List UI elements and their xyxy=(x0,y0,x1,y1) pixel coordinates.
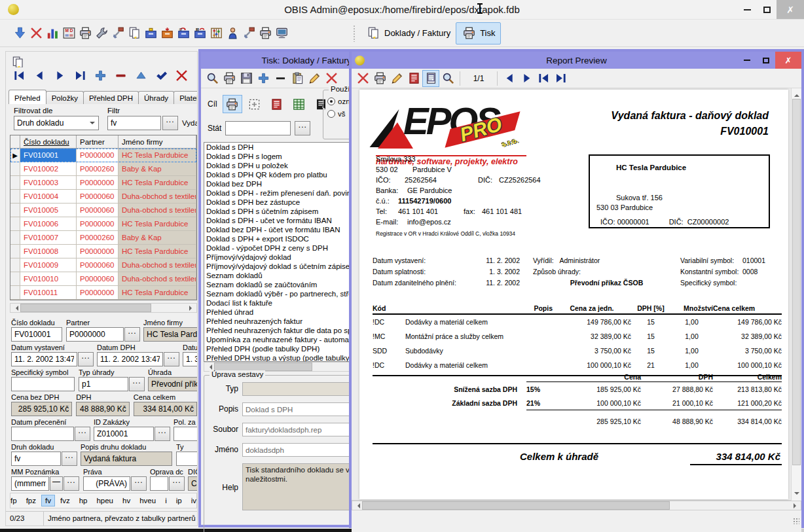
save-icon[interactable] xyxy=(238,70,255,87)
doc-type-tab[interactable]: fpz xyxy=(22,495,40,506)
form-tab[interactable]: Přehled xyxy=(9,90,46,104)
doc-type-tab[interactable]: ip xyxy=(172,495,186,506)
invoice-row[interactable]: ▶ FV010008 P0000000 HC Tesla Pardubice xyxy=(10,245,196,258)
column-cislo-dokladu[interactable]: Číslo dokladu xyxy=(20,135,77,149)
id-zakazky-ellipsis-button[interactable]: ... xyxy=(155,427,170,441)
nav-next-icon[interactable] xyxy=(50,67,69,84)
delete-icon[interactable] xyxy=(28,25,45,42)
mm-minus-button[interactable]: — xyxy=(50,476,63,491)
preview-icon[interactable] xyxy=(204,70,221,87)
report-list-item[interactable]: Přehled úhrad xyxy=(204,308,352,317)
doc-type-tab[interactable]: i xyxy=(161,495,171,506)
report-list-item[interactable]: Přehled neuhrazených faktur xyxy=(204,317,352,326)
report-list-item[interactable]: Doklad - výpočet DPH z ceny s DPH xyxy=(204,243,352,253)
form-tab[interactable]: Položky xyxy=(46,91,84,104)
refresh-icon[interactable] xyxy=(192,67,198,84)
datum-vystaveni-ellipsis-button[interactable]: ... xyxy=(78,352,94,366)
datum-splatnosti-input[interactable] xyxy=(183,352,198,366)
datum-preceneni-input[interactable] xyxy=(11,427,74,441)
form-tab[interactable]: Platební příkaz xyxy=(174,91,198,104)
invoice-row[interactable]: ▶ FV010003 P0000000 HC Tesla Pardubice xyxy=(10,176,196,190)
edit-icon[interactable] xyxy=(306,70,323,87)
doc-type-tab[interactable]: hv xyxy=(119,495,134,506)
report-list-item[interactable]: Přehled neuhrazených faktur dle data po … xyxy=(204,326,352,335)
doc-type-tab[interactable]: hveu xyxy=(136,495,160,506)
invoice-row[interactable]: ▶ FV010011 P0000000 HC Tesla Pardubice xyxy=(10,286,196,300)
zoom-icon[interactable] xyxy=(439,70,456,87)
close-icon[interactable] xyxy=(354,70,371,87)
partner-input[interactable] xyxy=(66,327,124,342)
specificky-symbol-input[interactable] xyxy=(11,377,75,391)
id-zakazky-input[interactable] xyxy=(94,427,154,441)
doc-type-tab[interactable]: fv xyxy=(41,495,55,506)
remove-icon[interactable] xyxy=(272,70,289,87)
scroll-left-icon[interactable] xyxy=(10,304,20,312)
mm-ellipsis-button[interactable]: ... xyxy=(64,476,79,491)
report-list-item[interactable]: Doklad s DPH bez zástupce xyxy=(204,198,352,207)
report-list-item[interactable]: Upomínka za neuhrazené faktury - automat… xyxy=(204,335,352,344)
target-printer-icon[interactable] xyxy=(223,95,242,113)
print-icon[interactable] xyxy=(371,70,388,87)
report-list-item[interactable]: Doklad bez DPH xyxy=(204,179,352,188)
print-icon[interactable] xyxy=(77,25,94,42)
invoice-row[interactable]: ▶ FV010009 P0000060 Duha-obchod s textil… xyxy=(10,258,196,272)
tisk-button[interactable]: Tisk xyxy=(456,22,500,44)
scroll-thumb[interactable] xyxy=(20,304,151,312)
preview-maximize-button[interactable] xyxy=(756,52,775,69)
druh-dokladu-input[interactable] xyxy=(11,452,61,466)
report-list-item[interactable]: Příjmový/výdajový doklad s účetním zápis… xyxy=(204,262,352,271)
scroll-thumb[interactable] xyxy=(792,99,801,465)
target-table-icon[interactable] xyxy=(289,95,309,113)
filter-by-combo[interactable]: Druh dokladu xyxy=(14,116,99,130)
page-prev-icon[interactable] xyxy=(501,70,518,87)
report-icon[interactable] xyxy=(405,70,422,87)
report-list-item[interactable]: Doklad s DPH u položek xyxy=(204,161,352,170)
typ-uhrady-input[interactable] xyxy=(79,377,128,391)
report-list-item[interactable]: Seznam dokladů výběr - po partnerech, st… xyxy=(204,289,352,298)
archive-restore-icon[interactable]: R xyxy=(192,25,208,42)
report-list-item[interactable]: Doklad bez DPH - účet ve formátu IBAN xyxy=(204,225,352,234)
page-last-icon[interactable] xyxy=(552,70,569,87)
datum-preceneni-ellipsis-button[interactable]: ... xyxy=(75,427,90,441)
nav-first-icon[interactable] xyxy=(10,67,28,84)
mm-poznamka-input[interactable] xyxy=(11,476,49,491)
invoice-row[interactable]: ▶ FV010001 P0000000 HC Tesla Pardubice xyxy=(10,149,196,162)
doc-type-tab[interactable]: hp xyxy=(75,495,92,506)
page-next-icon[interactable] xyxy=(518,70,535,87)
tools-icon[interactable] xyxy=(241,25,257,42)
chart-icon[interactable] xyxy=(45,25,61,42)
report-list-item[interactable]: Doklad s DPH xyxy=(204,143,352,152)
print-icon[interactable] xyxy=(221,70,238,87)
cancel-record-icon[interactable] xyxy=(172,67,191,84)
user-icon[interactable] xyxy=(225,25,241,42)
prava-input[interactable] xyxy=(83,476,130,491)
print-config-icon[interactable] xyxy=(257,25,274,42)
prava-ellipsis-button[interactable]: ... xyxy=(131,476,147,491)
scroll-left-icon[interactable] xyxy=(352,501,362,510)
resize-grip[interactable] xyxy=(793,518,799,524)
preview-titlebar[interactable]: Report Preview ✗ xyxy=(352,52,801,69)
edit-record-icon[interactable] xyxy=(132,67,150,84)
invoice-row[interactable]: ▶ FV010006 P0000000 HC Tesla Pardubice xyxy=(10,217,196,231)
oprava-ellipsis-button[interactable]: ... xyxy=(169,476,185,491)
logout-icon[interactable] xyxy=(12,25,28,42)
report-list-item[interactable]: Doklad s DPH QR kódem pro platbu xyxy=(204,170,352,179)
druh-dokladu-ellipsis-button[interactable]: ... xyxy=(62,452,77,466)
datum-dph-input[interactable] xyxy=(97,352,163,366)
doc-type-tab[interactable]: fvz xyxy=(56,495,74,506)
nav-prev-icon[interactable] xyxy=(30,67,48,84)
column-partner[interactable]: Partner xyxy=(77,135,119,149)
nav-last-icon[interactable] xyxy=(71,67,89,84)
close-icon[interactable] xyxy=(323,70,340,87)
report-list-item[interactable]: Přehled DPH (podle tabulky DPH) xyxy=(204,344,352,353)
report-list-item[interactable]: Seznam dokladů xyxy=(204,271,352,280)
add-record-icon[interactable] xyxy=(91,67,109,84)
scroll-up-icon[interactable] xyxy=(794,92,799,97)
delete-record-icon[interactable] xyxy=(111,67,130,84)
report-list-item[interactable]: Doklad s DPH - režim přenesení daň. povi… xyxy=(204,188,352,198)
scroll-down-icon[interactable] xyxy=(794,492,799,497)
report-list-item[interactable]: Přehled DPH vstup a výstup (podle tabulk… xyxy=(204,353,352,362)
form-tab[interactable]: Přehled DPH xyxy=(83,91,139,104)
report-list-item[interactable]: Doklad s DPH s účetním zápisem xyxy=(204,207,352,216)
partner-ellipsis-button[interactable]: ... xyxy=(124,327,140,342)
